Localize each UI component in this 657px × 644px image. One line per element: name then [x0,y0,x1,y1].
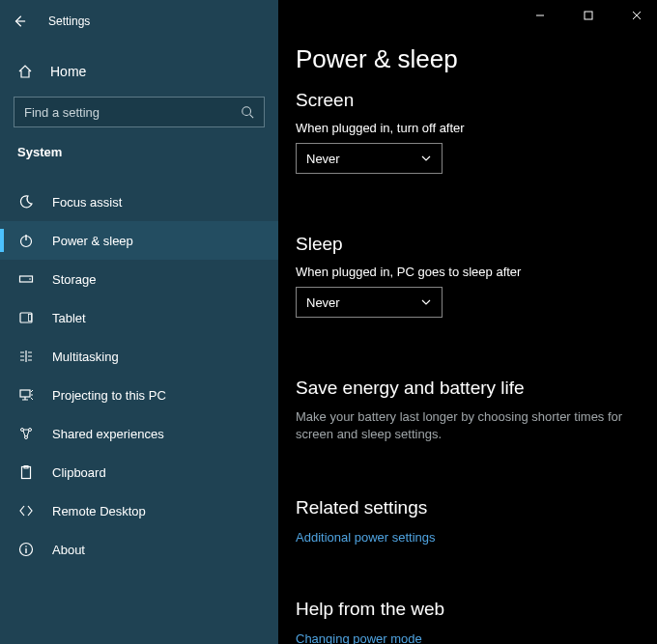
shared-icon [17,426,35,441]
projecting-icon [17,387,35,403]
close-icon [632,11,642,20]
svg-rect-6 [20,390,30,397]
related-heading: Related settings [296,497,657,518]
category-label: System [0,127,278,169]
sleep-label: When plugged in, PC goes to sleep after [296,265,657,279]
dropdown-value: Never [306,152,340,166]
sleep-timeout-dropdown[interactable]: Never [296,287,443,318]
power-icon [17,233,35,248]
window-title: Settings [48,14,90,28]
save-energy-desc: Make your battery last longer by choosin… [296,408,624,443]
sidebar-item-label: About [52,543,85,557]
sidebar-item-label: Power & sleep [52,234,133,248]
sidebar-item-storage[interactable]: Storage [0,260,278,298]
sidebar-item-remote-desktop[interactable]: Remote Desktop [0,491,278,530]
svg-rect-5 [29,315,32,322]
changing-power-mode-link[interactable]: Changing power mode [296,631,422,644]
search-icon [241,105,254,119]
search-field[interactable] [24,105,217,120]
save-energy-heading: Save energy and battery life [296,378,657,399]
minimize-button[interactable] [526,4,555,27]
sidebar-item-focus-assist[interactable]: Focus assist [0,182,278,221]
tablet-icon [17,310,35,325]
arrow-left-icon [13,14,26,28]
dropdown-value: Never [306,295,340,310]
home-icon [17,64,35,79]
svg-point-3 [29,278,31,280]
minimize-icon [535,11,545,20]
clipboard-icon [17,464,35,480]
chevron-down-icon [420,296,432,308]
sidebar-item-label: Shared experiences [52,427,164,441]
info-icon [17,542,35,557]
page-title: Power & sleep [296,44,657,74]
sidebar-item-projecting[interactable]: Projecting to this PC [0,376,278,414]
svg-point-0 [243,107,251,116]
main-content: Power & sleep Screen When plugged in, tu… [278,0,657,644]
storage-icon [17,271,35,287]
sidebar-item-label: Clipboard [52,465,106,480]
sidebar-nav: Focus assist Power & sleep Storage Table… [0,182,278,569]
sidebar-item-tablet[interactable]: Tablet [0,298,278,337]
screen-heading: Screen [296,90,657,111]
sidebar-item-shared-experiences[interactable]: Shared experiences [0,414,278,453]
maximize-icon [584,11,593,20]
sidebar-item-clipboard[interactable]: Clipboard [0,453,278,491]
home-label: Home [50,64,86,79]
sidebar: Settings Home System Focus assist Power [0,0,278,644]
multitasking-icon [17,349,35,364]
sidebar-item-label: Tablet [52,311,86,325]
moon-icon [17,194,35,210]
sidebar-item-label: Multitasking [52,350,119,364]
sidebar-header: Settings [0,6,278,37]
remote-desktop-icon [17,503,35,518]
svg-rect-14 [585,12,592,19]
sidebar-item-about[interactable]: About [0,530,278,569]
sidebar-item-label: Remote Desktop [52,504,146,518]
sidebar-item-label: Storage [52,272,97,287]
sidebar-item-label: Projecting to this PC [52,388,166,403]
close-button[interactable] [622,4,651,27]
screen-timeout-dropdown[interactable]: Never [296,143,443,174]
sidebar-home[interactable]: Home [0,52,278,91]
help-heading: Help from the web [296,599,657,620]
sidebar-item-label: Focus assist [52,195,122,210]
maximize-button[interactable] [574,4,603,27]
sleep-heading: Sleep [296,234,657,255]
back-button[interactable] [12,14,27,29]
sidebar-item-power-sleep[interactable]: Power & sleep [0,221,278,260]
search-input[interactable] [14,97,265,127]
sidebar-item-multitasking[interactable]: Multitasking [0,337,278,376]
additional-power-settings-link[interactable]: Additional power settings [296,530,436,545]
window-controls [526,4,651,27]
screen-label: When plugged in, turn off after [296,121,657,135]
chevron-down-icon [420,153,432,164]
svg-point-13 [25,546,27,547]
search-container [14,97,265,127]
